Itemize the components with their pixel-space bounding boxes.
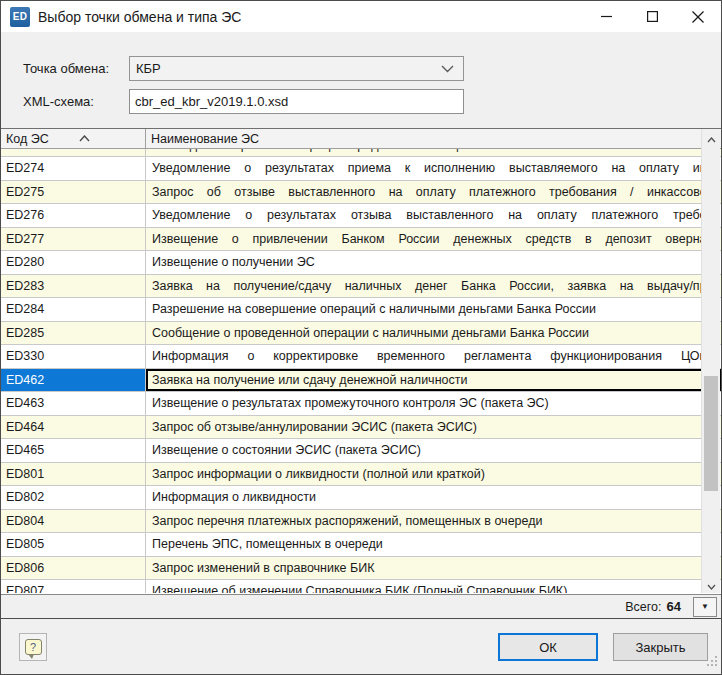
cell-name: Запрос перечня платежных распоряжений, п… — [146, 510, 721, 533]
cell-code: ED280 — [1, 251, 146, 274]
cell-name: Извещение о результатах промежуточного к… — [146, 392, 721, 415]
table-row-selected[interactable]: ED462 Заявка на получение или сдачу дене… — [1, 369, 721, 393]
cell-name: Запрос об отзыве/аннулировании ЭСИС (пак… — [146, 416, 721, 439]
table-row[interactable]: ED285 Сообщение о проведенной операции с… — [1, 322, 721, 346]
resize-grip[interactable] — [706, 653, 718, 671]
cell-code: ED285 — [1, 322, 146, 345]
cell-name: Уведомление о результатах отзыва выставл… — [146, 204, 721, 227]
cell-code: ED463 — [1, 392, 146, 415]
table-header: Код ЭС Наименование ЭС — [1, 129, 721, 149]
xml-schema-field[interactable] — [129, 89, 464, 114]
dialog-window: ED Выбор точки обмена и типа ЭС Точка об… — [0, 0, 722, 675]
close-button[interactable] — [675, 1, 721, 32]
cell-name: Перечень ЭПС, помещенных в очереди — [146, 533, 721, 556]
cell-code: ED804 — [1, 510, 146, 533]
titlebar: ED Выбор точки обмена и типа ЭС — [1, 1, 721, 32]
table-row[interactable]: ED284 Разрешение на совершение операций … — [1, 298, 721, 322]
table-row[interactable]: ED275 Запрос об отзыве выставленного на … — [1, 181, 721, 205]
cell-code: ED464 — [1, 416, 146, 439]
table-row[interactable]: ED277 Извещение о привлечении Банком Рос… — [1, 228, 721, 252]
cell-code: ED462 — [1, 369, 146, 392]
cell-name: Заявка на получение/сдачу наличных денег… — [146, 275, 721, 298]
table-row[interactable]: ED276 Уведомление о результатах отзыва в… — [1, 204, 721, 228]
cell-code: ED283 — [1, 275, 146, 298]
close-dialog-button[interactable]: Закрыть — [613, 633, 708, 661]
help-button[interactable]: ? — [19, 633, 47, 661]
cell-code: ED274 — [1, 157, 146, 180]
total-value: 64 — [667, 599, 681, 614]
scroll-up-button[interactable] — [702, 129, 720, 146]
xml-schema-label: XML-схема: — [23, 94, 94, 109]
total-label: Всего: — [625, 600, 661, 614]
scrollbar-thumb[interactable] — [704, 376, 718, 491]
table-row-partial[interactable]: ED273 Отчет для завершения операций юрид… — [1, 149, 721, 157]
exchange-point-select[interactable]: КБР — [129, 56, 464, 81]
cell-name: Отчет для завершения операций юридически… — [146, 149, 721, 156]
cell-code: ED805 — [1, 533, 146, 556]
chevron-down-icon — [441, 61, 454, 76]
cell-name: Сообщение о проведенной операции с налич… — [146, 322, 721, 345]
table-row[interactable]: ED804 Запрос перечня платежных распоряже… — [1, 510, 721, 534]
column-header-code[interactable]: Код ЭС — [1, 129, 146, 148]
table-body: ED273 Отчет для завершения операций юрид… — [1, 149, 721, 594]
table-row[interactable]: ED280 Извещение о получении ЭС — [1, 251, 721, 275]
ec-type-table: Код ЭС Наименование ЭС ED273 Отчет для з… — [1, 128, 721, 619]
chevron-up-icon — [707, 129, 716, 147]
cell-name: Запрос изменений в справочнике БИК — [146, 557, 721, 580]
cell-code: ED801 — [1, 463, 146, 486]
cell-name: Извещение о получении ЭС — [146, 251, 721, 274]
dropdown-arrow-icon: ▼ — [701, 602, 709, 611]
app-icon: ED — [10, 7, 30, 27]
cell-code: ED284 — [1, 298, 146, 321]
cell-code: ED807 — [1, 580, 146, 593]
total-dropdown-button[interactable]: ▼ — [693, 597, 717, 617]
table-row[interactable]: ED802 Информация о ликвидности — [1, 486, 721, 510]
table-row[interactable]: ED806 Запрос изменений в справочнике БИК — [1, 557, 721, 581]
maximize-icon — [647, 11, 658, 22]
table-row-partial[interactable]: ED807 Извещение об изменении Справочника… — [1, 580, 721, 593]
cell-code: ED276 — [1, 204, 146, 227]
help-icon: ? — [25, 639, 42, 655]
status-bar: Всего: 64 ▼ — [1, 594, 721, 618]
chevron-down-icon — [707, 576, 716, 594]
cell-name: Извещение о привлечении Банком России де… — [146, 228, 721, 251]
cell-name: Извещение об изменении Справочника БИК (… — [146, 580, 721, 593]
table-row[interactable]: ED330 Информация о корректировке временн… — [1, 345, 721, 369]
cell-name: Запрос информации о ликвидности (полной … — [146, 463, 721, 486]
cell-name: Извещение о состоянии ЭСИС (пакета ЭСИС) — [146, 439, 721, 462]
table-row[interactable]: ED274 Уведомление о результатах приема к… — [1, 157, 721, 181]
close-icon — [692, 11, 704, 23]
cell-code: ED330 — [1, 345, 146, 368]
cell-code: ED275 — [1, 181, 146, 204]
cell-name: Информация о ликвидности — [146, 486, 721, 509]
exchange-point-label: Точка обмена: — [23, 61, 109, 76]
scroll-down-button[interactable] — [702, 576, 720, 593]
cell-name: Разрешение на совершение операций с нали… — [146, 298, 721, 321]
cell-code: ED806 — [1, 557, 146, 580]
table-row[interactable]: ED283 Заявка на получение/сдачу наличных… — [1, 275, 721, 299]
minimize-button[interactable] — [583, 1, 629, 32]
cell-name: Запрос об отзыве выставленного на оплату… — [146, 181, 721, 204]
cell-code: ED465 — [1, 439, 146, 462]
cell-name: Уведомление о результатах приема к испол… — [146, 157, 721, 180]
table-row[interactable]: ED805 Перечень ЭПС, помещенных в очереди — [1, 533, 721, 557]
footer: ? ОК Закрыть — [1, 619, 721, 674]
cell-name: Информация о корректировке временного ре… — [146, 345, 721, 368]
table-row[interactable]: ED465 Извещение о состоянии ЭСИС (пакета… — [1, 439, 721, 463]
column-header-name[interactable]: Наименование ЭС — [146, 129, 721, 148]
table-row[interactable]: ED801 Запрос информации о ликвидности (п… — [1, 463, 721, 487]
cell-name-focused: Заявка на получение или сдачу денежной н… — [146, 369, 721, 392]
cell-code: ED273 — [1, 149, 146, 156]
vertical-scrollbar[interactable] — [701, 129, 720, 593]
maximize-button[interactable] — [629, 1, 675, 32]
window-title: Выбор точки обмена и типа ЭС — [38, 9, 241, 25]
cell-code: ED802 — [1, 486, 146, 509]
sort-asc-icon — [79, 135, 90, 142]
table-row[interactable]: ED463 Извещение о результатах промежуточ… — [1, 392, 721, 416]
ok-button[interactable]: ОК — [498, 633, 598, 661]
table-row[interactable]: ED464 Запрос об отзыве/аннулировании ЭСИ… — [1, 416, 721, 440]
cell-code: ED277 — [1, 228, 146, 251]
exchange-point-value: КБР — [130, 61, 441, 76]
minimize-icon — [601, 11, 612, 22]
